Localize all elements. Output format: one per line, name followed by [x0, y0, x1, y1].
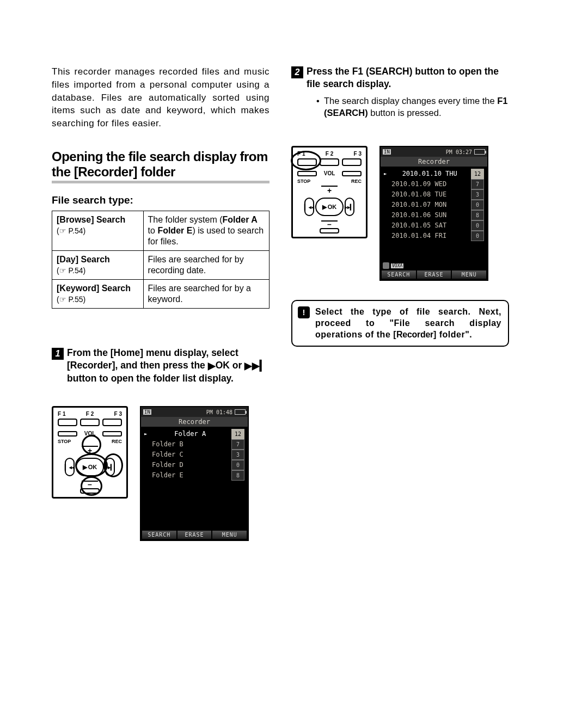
rec-button — [342, 171, 362, 176]
recorder-buttons-diagram: F 1F 2F 3 VOL STOPREC + ▎◂◂ ▶ OK ▸▸▎ — [52, 406, 128, 499]
list-item: 2010.01.07 MON0 — [384, 200, 484, 210]
list-item: 2010.01.05 SAT0 — [384, 220, 484, 231]
step-1-text: From the [Home] menu display, select [Re… — [67, 347, 270, 384]
f1-button — [58, 419, 77, 426]
softkey-menu: MENU — [452, 271, 486, 279]
page-ref: (☞ P.55) — [57, 295, 85, 304]
plus-icon: + — [321, 186, 338, 193]
search-type-name: [Browse] Search — [57, 215, 125, 224]
recorder-screen-dates: IN PM 03:27 Recorder 2010.01.10 THU12 20… — [379, 146, 488, 281]
section-title: Opening the file search display from the… — [52, 149, 270, 183]
next-button: ▸▸▎ — [345, 198, 354, 216]
play-icon: ▶ — [208, 360, 216, 372]
clock-readout: PM 01:48 — [206, 409, 232, 415]
step-1: 1 From the [Home] menu display, select [… — [52, 347, 270, 384]
search-type-desc: The folder system (Folder A to Folder E)… — [143, 211, 269, 251]
recorder-screen-folders: IN PM 01:48 Recorder Folder A12 Folder B… — [140, 406, 249, 541]
f2-button — [80, 419, 100, 426]
list-item: 2010.01.04 FRI0 — [384, 231, 484, 241]
prev-button: ▎◂◂ — [304, 198, 314, 216]
softkey-search: SEARCH — [382, 271, 416, 279]
battery-icon — [474, 149, 485, 155]
page-ref: (☞ P.54) — [57, 226, 85, 235]
list-item: 2010.01.10 THU12 — [384, 169, 484, 179]
list-item: Folder B7 — [144, 439, 244, 450]
stop-button — [58, 431, 77, 437]
list-item: Folder D0 — [144, 460, 244, 470]
f2-button — [320, 158, 339, 166]
table-row: [Day] Search (☞ P.54) Files are searched… — [52, 251, 270, 280]
mic-icon — [383, 262, 389, 269]
table-row: [Browse] Search (☞ P.54) The folder syst… — [52, 211, 270, 251]
f3-button — [342, 158, 362, 166]
step-2: 2 Press the F1 (SEARCH) button to open t… — [291, 65, 509, 119]
list-item: 2010.01.09 WED7 — [384, 179, 484, 189]
list-item: Folder E8 — [144, 470, 244, 481]
in-badge: IN — [143, 409, 151, 415]
highlight-ring-icon — [291, 151, 321, 170]
battery-icon — [235, 409, 246, 415]
softkey-search: SEARCH — [142, 531, 176, 539]
search-type-name: [Keyword] Search — [57, 284, 131, 293]
table-row: [Keyword] Search (☞ P.55) Files are sear… — [52, 280, 270, 309]
list-item: Folder C3 — [144, 450, 244, 460]
ok-button: ▶ OK — [315, 198, 344, 216]
search-type-desc: Files are searched for by recording date… — [143, 251, 269, 280]
softkey-erase: ERASE — [177, 531, 212, 539]
highlight-ring-icon — [103, 453, 123, 477]
minus-icon: – — [321, 220, 338, 227]
note-text: Select the type of file search. Next, pr… — [315, 306, 501, 340]
page-ref: (☞ P.54) — [57, 266, 85, 275]
highlight-ring-icon — [82, 435, 101, 454]
list-item: 2010.01.08 TUE3 — [384, 189, 484, 200]
stop-button — [297, 171, 317, 176]
voxa-badge: VOXA — [391, 263, 403, 268]
fast-forward-icon: ▶▶▎ — [244, 360, 267, 372]
list-item: 2010.01.06 SUN8 — [384, 210, 484, 220]
prev-button: ▎◂◂ — [65, 458, 75, 476]
step-number-icon: 1 — [52, 348, 64, 360]
rec-button — [102, 431, 122, 437]
alert-icon: ! — [298, 306, 310, 318]
list-item: Folder A12 — [144, 429, 244, 439]
search-type-name: [Day] Search — [57, 255, 110, 264]
intro-paragraph: This recorder manages recorded files and… — [52, 65, 270, 130]
subhead-file-search-type: File search type: — [52, 194, 270, 206]
clock-readout: PM 03:27 — [446, 149, 472, 155]
f3-button — [102, 419, 122, 426]
softkey-erase: ERASE — [417, 271, 451, 279]
search-type-table: [Browse] Search (☞ P.54) The folder syst… — [52, 211, 270, 309]
softkey-menu: MENU — [212, 531, 247, 539]
screen-title: Recorder — [141, 417, 248, 427]
screen-title: Recorder — [381, 157, 487, 167]
recorder-buttons-diagram: F 1F 2F 3 VOL STOPREC + ▎◂◂ ▶ OK ▸▸▎ — [291, 146, 367, 238]
step-2-text: Press the F1 (SEARCH) button to open the… — [307, 65, 509, 90]
note-box: ! Select the type of file search. Next, … — [291, 300, 509, 347]
step-number-icon: 2 — [291, 66, 303, 78]
search-type-desc: Files are searched for by a keyword. — [143, 280, 269, 309]
step-2-bullet: The search display changes every time th… — [316, 95, 509, 119]
in-badge: IN — [383, 149, 391, 155]
